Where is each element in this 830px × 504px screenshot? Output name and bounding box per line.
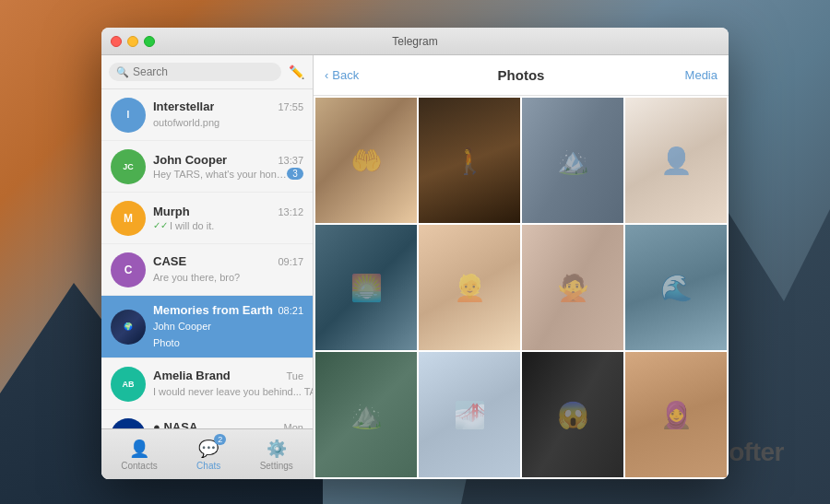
photo-cell-8[interactable]: 🌊: [625, 225, 727, 350]
chat-preview-case: Are you there, bro?: [153, 272, 240, 283]
photo-figure-3: 🏔️: [522, 98, 623, 223]
photo-figure-4: 👤: [625, 98, 727, 223]
chat-info-nasa: ● NASA Mon Ground control to Major Tom: [153, 420, 303, 428]
chat-preview-murph: I will do it.: [170, 220, 214, 231]
chat-header-memories: Memories from Earth 08:21: [153, 303, 303, 317]
photo-cell-1[interactable]: 🤲: [315, 98, 417, 223]
chat-time-interstellar: 17:55: [278, 101, 303, 112]
photo-silhouette-3: 🏔️: [557, 146, 589, 176]
nav-settings-label: Settings: [260, 461, 293, 471]
chat-item-john-cooper[interactable]: JC John Cooper 13:37 Hey TARS, what's yo…: [101, 141, 313, 193]
chat-item-interstellar[interactable]: I Interstellar 17:55 outofworld.png: [101, 89, 313, 141]
photo-grid: 🤲 🚶 🏔️ 👤: [314, 96, 729, 479]
close-button[interactable]: [111, 36, 122, 47]
chat-header-murph: Murph 13:12: [153, 205, 303, 218]
photo-silhouette-12: 🧕: [660, 400, 693, 430]
photo-figure-12: 🧕: [625, 352, 727, 477]
search-input[interactable]: [133, 65, 274, 78]
photo-silhouette-10: 🌁: [454, 400, 486, 430]
photo-silhouette-1: 🤲: [350, 146, 383, 176]
photo-cell-2[interactable]: 🚶: [419, 98, 520, 223]
bottom-nav: 👤 Contacts 💬 2 Chats ⚙️ Settings: [101, 428, 313, 479]
avatar-john-cooper: JC: [111, 149, 146, 184]
chat-header-interstellar: Interstellar 17:55: [153, 100, 303, 113]
photo-cell-9[interactable]: ⛰️: [315, 352, 417, 477]
settings-icon: ⚙️: [267, 439, 287, 459]
nav-contacts[interactable]: 👤 Contacts: [107, 433, 171, 476]
photos-header: ‹ Back Photos Media: [314, 55, 729, 96]
check-icon-murph: ✓✓: [153, 220, 168, 230]
chat-preview-john-cooper: Hey TARS, what's your honesty parameter?: [153, 169, 287, 180]
chats-badge-wrapper: 💬 2: [198, 439, 219, 459]
nav-contacts-label: Contacts: [121, 461, 157, 471]
chats-badge: 2: [214, 434, 226, 445]
chat-preview-memories-2: Photo: [153, 337, 180, 348]
avatar-case: C: [111, 252, 146, 287]
chat-item-case[interactable]: C CASE 09:17 Are you there, bro?: [101, 244, 313, 296]
photo-figure-9: ⛰️: [315, 352, 417, 477]
chat-header-nasa: ● NASA Mon: [153, 420, 303, 428]
photo-silhouette-4: 👤: [660, 146, 693, 176]
minimize-button[interactable]: [127, 36, 138, 47]
chat-info-case: CASE 09:17 Are you there, bro?: [153, 254, 303, 285]
chat-name-case: CASE: [153, 254, 186, 268]
chat-name-nasa: ● NASA: [153, 420, 197, 428]
maximize-button[interactable]: [144, 36, 155, 47]
traffic-lights: [111, 36, 155, 47]
chat-header-john-cooper: John Cooper 13:37: [153, 153, 303, 167]
window-title: Telegram: [392, 35, 437, 48]
back-label: Back: [332, 68, 359, 82]
chat-name-interstellar: Interstellar: [153, 100, 214, 113]
photo-silhouette-11: 😱: [557, 400, 589, 430]
avatar-memories: 🌍: [111, 310, 146, 345]
app-window: Telegram 🔍 ✏️ I: [101, 28, 729, 479]
photo-cell-12[interactable]: 🧕: [625, 352, 727, 477]
photo-figure-1: 🤲: [315, 98, 417, 223]
compose-button[interactable]: ✏️: [287, 63, 305, 81]
photo-cell-11[interactable]: 😱: [522, 352, 623, 477]
nav-settings[interactable]: ⚙️ Settings: [246, 433, 307, 476]
chat-info-john-cooper: John Cooper 13:37 Hey TARS, what's your …: [153, 153, 303, 180]
photo-figure-5: 🌅: [315, 225, 417, 350]
photo-silhouette-9: ⛰️: [350, 400, 383, 430]
chat-item-memories[interactable]: 🌍 Memories from Earth 08:21 John Cooper …: [101, 296, 313, 358]
chat-item-nasa[interactable]: NASA ● NASA Mon Ground control to Major …: [101, 410, 313, 428]
photo-cell-6[interactable]: 👱: [419, 225, 520, 350]
chat-time-memories: 08:21: [278, 305, 303, 316]
chat-preview-interstellar: outofworld.png: [153, 117, 219, 128]
chat-time-murph: 13:12: [278, 206, 303, 217]
photo-cell-10[interactable]: 🌁: [419, 352, 520, 477]
photo-cell-5[interactable]: 🌅: [315, 225, 417, 350]
chat-info-memories: Memories from Earth 08:21 John Cooper Ph…: [153, 303, 303, 350]
nav-chats-label: Chats: [196, 461, 220, 471]
nav-chats[interactable]: 💬 2 Chats: [183, 433, 234, 476]
chat-item-murph[interactable]: M Murph 13:12 ✓✓ I will do it.: [101, 193, 313, 244]
photo-silhouette-8: 🌊: [660, 273, 693, 303]
chat-preview-amelia: I would never leave you behind... TARS: [153, 386, 313, 397]
photo-cell-4[interactable]: 👤: [625, 98, 727, 223]
photo-silhouette-7: 🙅: [557, 273, 589, 303]
title-bar: Telegram: [101, 28, 729, 55]
chat-time-amelia: Tue: [286, 370, 303, 381]
chevron-left-icon: ‹: [325, 68, 328, 82]
photo-cell-7[interactable]: 🙅: [522, 225, 623, 350]
photo-figure-2: 🚶: [419, 98, 520, 223]
back-button[interactable]: ‹ Back: [325, 68, 359, 82]
search-icon: 🔍: [116, 66, 129, 78]
chat-info-murph: Murph 13:12 ✓✓ I will do it.: [153, 205, 303, 231]
chat-header-case: CASE 09:17: [153, 254, 303, 268]
photos-panel: ‹ Back Photos Media 🤲 🚶: [314, 55, 729, 479]
search-wrapper: 🔍: [109, 63, 281, 81]
chat-name-john-cooper: John Cooper: [153, 153, 227, 167]
chat-header-amelia: Amelia Brand Tue: [153, 369, 303, 382]
search-bar: 🔍 ✏️: [101, 55, 313, 89]
photo-figure-6: 👱: [419, 225, 520, 350]
photos-title: Photos: [498, 67, 545, 83]
chat-item-amelia[interactable]: AB Amelia Brand Tue I would never leave …: [101, 358, 313, 410]
photo-cell-3[interactable]: 🏔️: [522, 98, 623, 223]
main-content: 🔍 ✏️ I Interstellar 17:55: [101, 55, 729, 479]
photo-silhouette-6: 👱: [454, 273, 486, 303]
avatar-interstellar: I: [111, 98, 146, 133]
photo-figure-11: 😱: [522, 352, 623, 477]
media-button[interactable]: Media: [685, 68, 717, 82]
